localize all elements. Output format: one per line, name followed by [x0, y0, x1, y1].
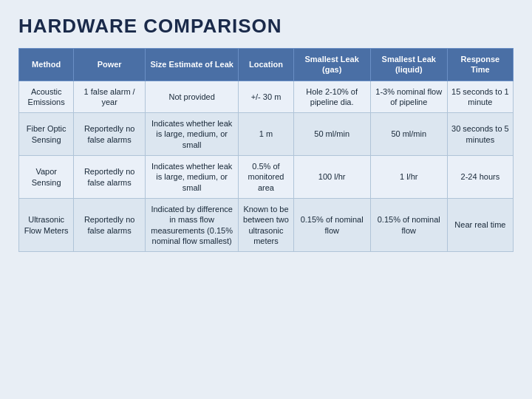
- cell-smallest-liquid-2: 1 l/hr: [370, 156, 447, 199]
- header-location: Location: [239, 49, 293, 81]
- cell-smallest-liquid-1: 50 ml/min: [370, 113, 447, 156]
- header-response: Response Time: [447, 49, 513, 81]
- cell-location-3: Known to be between two ultrasonic meter…: [239, 198, 293, 251]
- cell-power-1: Reportedly no false alarms: [74, 113, 146, 156]
- cell-response-2: 2-24 hours: [447, 156, 513, 199]
- cell-smallest-gas-1: 50 ml/min: [293, 113, 370, 156]
- cell-method-0: Acoustic Emissions: [19, 81, 74, 113]
- page-container: Hardware Comparison Method Power Size Es…: [18, 15, 514, 252]
- table-row: Ultrasonic Flow Meters Reportedly no fal…: [19, 198, 514, 251]
- cell-size-0: Not provided: [145, 81, 238, 113]
- comparison-table: Method Power Size Estimate of Leak Locat…: [18, 48, 514, 252]
- cell-smallest-liquid-0: 1-3% nominal flow of pipeline: [370, 81, 447, 113]
- page-title: Hardware Comparison: [18, 15, 514, 38]
- cell-power-2: Reportedly no false alarms: [74, 156, 146, 199]
- cell-location-0: +/- 30 m: [239, 81, 293, 113]
- cell-method-1: Fiber Optic Sensing: [19, 113, 74, 156]
- cell-size-2: Indicates whether leak is large, medium,…: [145, 156, 238, 199]
- table-row: Vapor Sensing Reportedly no false alarms…: [19, 156, 514, 199]
- header-power: Power: [74, 49, 146, 81]
- header-size: Size Estimate of Leak: [145, 49, 238, 81]
- header-smallest-gas: Smallest Leak (gas): [293, 49, 370, 81]
- cell-smallest-gas-2: 100 l/hr: [293, 156, 370, 199]
- cell-response-1: 30 seconds to 5 minutes: [447, 113, 513, 156]
- cell-response-3: Near real time: [447, 198, 513, 251]
- cell-method-3: Ultrasonic Flow Meters: [19, 198, 74, 251]
- table-row: Fiber Optic Sensing Reportedly no false …: [19, 113, 514, 156]
- cell-smallest-liquid-3: 0.15% of nominal flow: [370, 198, 447, 251]
- table-row: Acoustic Emissions 1 false alarm / year …: [19, 81, 514, 113]
- cell-method-2: Vapor Sensing: [19, 156, 74, 199]
- cell-response-0: 15 seconds to 1 minute: [447, 81, 513, 113]
- cell-smallest-gas-0: Hole 2-10% of pipeline dia.: [293, 81, 370, 113]
- cell-location-2: 0.5% of monitored area: [239, 156, 293, 199]
- cell-size-3: Indicated by difference in mass flow mea…: [145, 198, 238, 251]
- cell-power-3: Reportedly no false alarms: [74, 198, 146, 251]
- table-header-row: Method Power Size Estimate of Leak Locat…: [19, 49, 514, 81]
- cell-location-1: 1 m: [239, 113, 293, 156]
- header-smallest-liquid: Smallest Leak (liquid): [370, 49, 447, 81]
- cell-smallest-gas-3: 0.15% of nominal flow: [293, 198, 370, 251]
- cell-size-1: Indicates whether leak is large, medium,…: [145, 113, 238, 156]
- cell-power-0: 1 false alarm / year: [74, 81, 146, 113]
- header-method: Method: [19, 49, 74, 81]
